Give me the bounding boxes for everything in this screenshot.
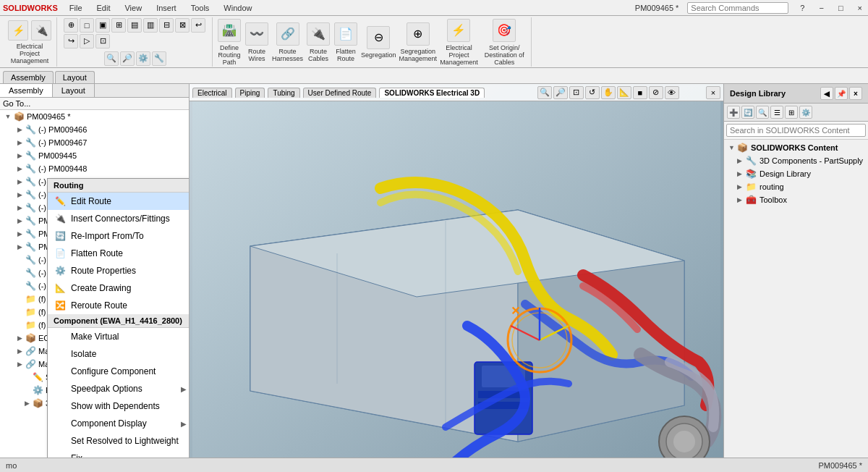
- rt-sw-content[interactable]: ▼ 📦 SOLIDWORKS Content: [726, 141, 867, 154]
- menu-window[interactable]: Window: [221, 2, 255, 14]
- rt-3d-components[interactable]: ▶ 🔧 3D Components - PartSupply: [726, 154, 867, 167]
- tree-item-4[interactable]: ▶ 🔧 (-) PM009448: [0, 162, 189, 175]
- toolbar-electrical-project[interactable]: ⚡: [8, 20, 28, 41]
- create-drawing-icon: 📐: [54, 282, 67, 295]
- tree-icon-mate-connectors: 🔗: [25, 358, 36, 370]
- go-to-input[interactable]: Go To...: [3, 99, 186, 108]
- panel-tab-layout[interactable]: Layout: [53, 84, 95, 97]
- close-btn[interactable]: ×: [855, 2, 865, 14]
- help-btn[interactable]: ?: [797, 2, 807, 14]
- flatten-route[interactable]: 📄 FlattenRoute: [333, 22, 358, 62]
- tree-item-2[interactable]: ▶ 🔧 (-) PM009467: [0, 136, 189, 149]
- tb-btn-5[interactable]: ▤: [127, 18, 142, 33]
- tree-item-1[interactable]: ▶ 🔧 (-) PM009466: [0, 123, 189, 136]
- vp-btn-rotate[interactable]: ↺: [585, 86, 600, 99]
- vp-btn-view-orient[interactable]: 📐: [617, 86, 631, 99]
- rp-btn-add[interactable]: ➕: [727, 106, 740, 119]
- rp-btn-grid[interactable]: ⊞: [785, 106, 798, 119]
- design-library-search-input[interactable]: [726, 124, 866, 137]
- panel-tab-assembly[interactable]: Assembly: [0, 84, 53, 97]
- ctx-component-display[interactable]: Component Display ▶: [48, 415, 190, 432]
- vp-btn-hide[interactable]: 👁: [665, 86, 679, 99]
- ctx-edit-route[interactable]: ✏️ Edit Route: [48, 193, 190, 210]
- maximize-btn[interactable]: □: [835, 2, 846, 14]
- tab-assembly[interactable]: Assembly: [3, 71, 54, 83]
- menu-insert[interactable]: Insert: [153, 2, 179, 14]
- rt-routing-icon: 📁: [746, 182, 757, 192]
- segregation-management[interactable]: ⊕ SegregationManagement: [399, 22, 438, 62]
- vp-btn-zoom-in[interactable]: 🔍: [537, 86, 552, 99]
- vp-btn-pan[interactable]: ✋: [601, 86, 616, 99]
- rt-design-library[interactable]: ▶ 📚 Design Library: [726, 167, 867, 180]
- ctx-fix[interactable]: Fix: [48, 450, 190, 458]
- define-routing-path[interactable]: 🛣️ DefineRoutingPath: [217, 18, 242, 66]
- vp-btn-zoom-out[interactable]: 🔎: [553, 86, 568, 99]
- ctx-routing-header: Routing: [48, 179, 190, 193]
- segregation[interactable]: ⊖ Segregation: [361, 25, 396, 59]
- vp-btn-close[interactable]: ×: [706, 86, 720, 99]
- tab-layout[interactable]: Layout: [55, 71, 95, 83]
- vp-tab-user-defined[interactable]: User Defined Route: [303, 88, 377, 98]
- vp-tab-piping[interactable]: Piping: [235, 88, 265, 98]
- rt-toolbox[interactable]: ▶ 🧰 Toolbox: [726, 193, 867, 206]
- menu-tools[interactable]: Tools: [188, 2, 213, 14]
- search-commands-input[interactable]: [687, 2, 788, 14]
- tb-btn-11[interactable]: ▷: [80, 34, 94, 49]
- ctx-isolate[interactable]: Isolate: [48, 345, 190, 363]
- tb-btn-2[interactable]: □: [80, 18, 94, 33]
- route-harnesses[interactable]: 🔗 RouteHarnesses: [272, 22, 303, 62]
- ctx-configure-component[interactable]: Configure Component: [48, 363, 190, 380]
- ctx-flatten-route[interactable]: 📄 Flatten Route: [48, 245, 190, 262]
- rp-pin-btn[interactable]: 📌: [835, 87, 848, 100]
- flatten-route-icon: 📄: [54, 247, 67, 260]
- rp-btn-search[interactable]: 🔍: [756, 106, 769, 119]
- tree-item-3[interactable]: ▶ 🔧 PM009445: [0, 149, 189, 162]
- svg-point-13: [673, 431, 695, 452]
- rp-collapse-btn[interactable]: ◀: [820, 87, 833, 100]
- tb-btn-1[interactable]: ⊕: [64, 18, 78, 33]
- rp-close-btn[interactable]: ×: [849, 87, 862, 100]
- tb-btn-15[interactable]: ⚙️: [136, 51, 150, 66]
- ctx-speedpak[interactable]: Speedpak Options ▶: [48, 380, 190, 397]
- tb-btn-8[interactable]: ⊠: [175, 18, 190, 33]
- toolbar-component[interactable]: 🔌: [31, 20, 51, 41]
- ctx-make-virtual[interactable]: Make Virtual: [48, 328, 190, 345]
- minimize-btn[interactable]: −: [816, 2, 826, 14]
- rt-routing[interactable]: ▶ 📁 routing: [726, 180, 867, 193]
- vp-btn-section[interactable]: ⊘: [649, 86, 663, 99]
- vp-tab-electrical[interactable]: Electrical: [192, 88, 232, 98]
- rp-btn-list[interactable]: ☰: [770, 106, 783, 119]
- set-origin-destination[interactable]: 🎯 Set Origin/Destination of Cables: [481, 18, 528, 66]
- ctx-reroute[interactable]: 🔀 Reroute Route: [48, 297, 190, 314]
- ctx-insert-connectors[interactable]: 🔌 Insert Connectors/Fittings: [48, 210, 190, 227]
- tb-btn-10[interactable]: ↪: [64, 34, 78, 49]
- ctx-route-properties[interactable]: ⚙️ Route Properties: [48, 262, 190, 279]
- tree-item-root[interactable]: ▼ 📦 PM009465 *: [0, 110, 189, 123]
- tb-btn-3[interactable]: ▣: [95, 18, 110, 33]
- menu-view[interactable]: View: [122, 2, 145, 14]
- tb-btn-13[interactable]: 🔍: [104, 51, 119, 66]
- ctx-show-dependents[interactable]: Show with Dependents: [48, 397, 190, 415]
- route-wires[interactable]: 〰️ RouteWires: [244, 22, 269, 62]
- menu-edit[interactable]: Edit: [94, 2, 114, 14]
- 3d-viewport[interactable]: Electrical Piping Tubing User Defined Ro…: [190, 84, 723, 458]
- ctx-create-drawing[interactable]: 📐 Create Drawing: [48, 279, 190, 297]
- electrical-project-management[interactable]: ⚡ ElectricalProjectManagement: [440, 18, 478, 66]
- ctx-set-resolved[interactable]: Set Resolved to Lightweight: [48, 432, 190, 450]
- rp-btn-filter[interactable]: ⚙️: [799, 106, 812, 119]
- tb-btn-4[interactable]: ⊞: [111, 18, 126, 33]
- rp-btn-refresh[interactable]: 🔄: [741, 106, 754, 119]
- ctx-reimport[interactable]: 🔄 Re-Import From/To: [48, 227, 190, 245]
- tb-btn-7[interactable]: ⊟: [159, 18, 174, 33]
- tb-btn-16[interactable]: 🔧: [152, 51, 166, 66]
- menu-file[interactable]: File: [67, 2, 85, 14]
- tb-btn-9[interactable]: ↩: [191, 18, 205, 33]
- vp-btn-fit[interactable]: ⊡: [569, 86, 584, 99]
- route-cables[interactable]: 🔌 RouteCables: [306, 22, 331, 62]
- vp-btn-display-style[interactable]: ■: [633, 86, 647, 99]
- tb-btn-12[interactable]: ⊡: [95, 34, 110, 49]
- vp-tab-tubing[interactable]: Tubing: [268, 88, 299, 98]
- tb-btn-14[interactable]: 🔎: [120, 51, 135, 66]
- vp-tab-sw-electrical-3d[interactable]: SOLIDWORKS Electrical 3D: [379, 88, 485, 98]
- tb-btn-6[interactable]: ▥: [143, 18, 158, 33]
